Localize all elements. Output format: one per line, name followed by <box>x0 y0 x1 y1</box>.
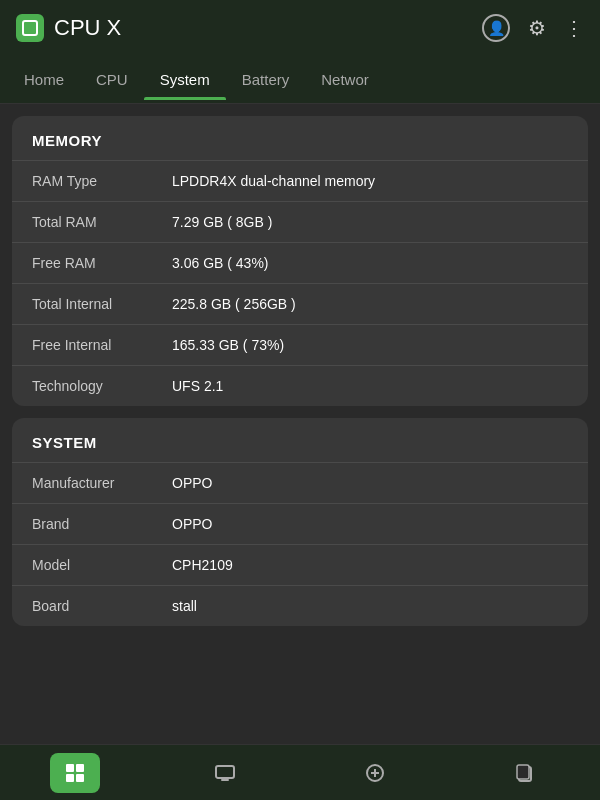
tab-cpu[interactable]: CPU <box>80 59 144 100</box>
top-icons: 👤 ⚙ ⋮ <box>482 14 584 42</box>
app-title: CPU X <box>54 15 482 41</box>
svg-rect-5 <box>221 779 229 781</box>
more-icon[interactable]: ⋮ <box>564 16 584 40</box>
table-row: RAM Type LPDDR4X dual-channel memory <box>12 160 588 201</box>
system-title: SYSTEM <box>32 434 97 451</box>
bottom-nav-btn-4[interactable] <box>500 753 550 793</box>
brand-label: Brand <box>32 516 172 532</box>
tab-network[interactable]: Networ <box>305 59 385 100</box>
content-area: MEMORY RAM Type LPDDR4X dual-channel mem… <box>0 104 600 744</box>
bottom-nav-btn-1[interactable] <box>50 753 100 793</box>
tab-battery[interactable]: Battery <box>226 59 306 100</box>
table-row: Board stall <box>12 585 588 626</box>
ram-type-value: LPDDR4X dual-channel memory <box>172 173 568 189</box>
total-internal-label: Total Internal <box>32 296 172 312</box>
table-row: Manufacturer OPPO <box>12 462 588 503</box>
technology-value: UFS 2.1 <box>172 378 568 394</box>
memory-card: MEMORY RAM Type LPDDR4X dual-channel mem… <box>12 116 588 406</box>
grid-icon <box>64 762 86 784</box>
board-value: stall <box>172 598 568 614</box>
total-internal-value: 225.8 GB ( 256GB ) <box>172 296 568 312</box>
system-section-header: SYSTEM <box>12 418 588 462</box>
svg-rect-2 <box>66 774 74 782</box>
table-row: Brand OPPO <box>12 503 588 544</box>
free-ram-value: 3.06 GB ( 43%) <box>172 255 568 271</box>
manufacturer-value: OPPO <box>172 475 568 491</box>
svg-rect-1 <box>76 764 84 772</box>
system-card: SYSTEM Manufacturer OPPO Brand OPPO Mode… <box>12 418 588 626</box>
table-row: Free Internal 165.33 GB ( 73%) <box>12 324 588 365</box>
table-row: Total RAM 7.29 GB ( 8GB ) <box>12 201 588 242</box>
share-icon <box>364 762 386 784</box>
copy-icon <box>514 762 536 784</box>
bottom-nav <box>0 744 600 800</box>
total-ram-value: 7.29 GB ( 8GB ) <box>172 214 568 230</box>
memory-title: MEMORY <box>32 132 102 149</box>
free-internal-label: Free Internal <box>32 337 172 353</box>
total-ram-label: Total RAM <box>32 214 172 230</box>
ram-type-label: RAM Type <box>32 173 172 189</box>
memory-section-header: MEMORY <box>12 116 588 160</box>
svg-rect-10 <box>517 765 529 779</box>
free-ram-label: Free RAM <box>32 255 172 271</box>
table-row: Free RAM 3.06 GB ( 43%) <box>12 242 588 283</box>
profile-icon[interactable]: 👤 <box>482 14 510 42</box>
table-row: Model CPH2109 <box>12 544 588 585</box>
tab-system[interactable]: System <box>144 59 226 100</box>
settings-icon[interactable]: ⚙ <box>528 16 546 40</box>
bottom-nav-btn-2[interactable] <box>200 753 250 793</box>
bottom-nav-btn-3[interactable] <box>350 753 400 793</box>
top-bar: CPU X 👤 ⚙ ⋮ <box>0 0 600 56</box>
app-icon <box>16 14 44 42</box>
table-row: Technology UFS 2.1 <box>12 365 588 406</box>
tab-home[interactable]: Home <box>8 59 80 100</box>
model-value: CPH2109 <box>172 557 568 573</box>
screen-icon <box>214 762 236 784</box>
table-row: Total Internal 225.8 GB ( 256GB ) <box>12 283 588 324</box>
board-label: Board <box>32 598 172 614</box>
manufacturer-label: Manufacturer <box>32 475 172 491</box>
model-label: Model <box>32 557 172 573</box>
free-internal-value: 165.33 GB ( 73%) <box>172 337 568 353</box>
svg-rect-0 <box>66 764 74 772</box>
technology-label: Technology <box>32 378 172 394</box>
svg-rect-4 <box>216 766 234 778</box>
svg-rect-3 <box>76 774 84 782</box>
brand-value: OPPO <box>172 516 568 532</box>
nav-tabs: Home CPU System Battery Networ <box>0 56 600 104</box>
